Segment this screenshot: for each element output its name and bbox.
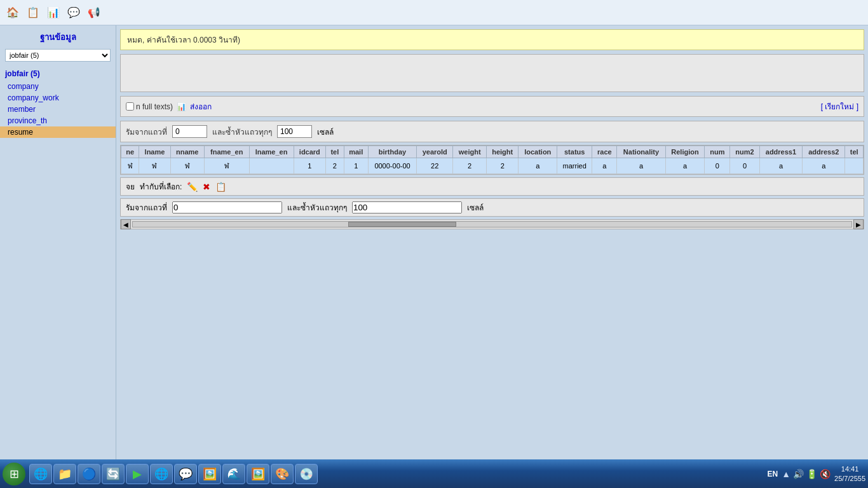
battery-icon: 🔋 bbox=[806, 469, 817, 479]
network-icon: ▲ bbox=[782, 469, 790, 479]
col-birthday: birthday bbox=[368, 146, 416, 158]
cell-address1: a bbox=[759, 158, 802, 174]
clock-time: 14:41 bbox=[834, 464, 865, 473]
cell-num: 0 bbox=[705, 158, 730, 174]
action-row: จย ทำกับที่เลือก: ✏️ ✖ 📋 bbox=[120, 177, 864, 196]
col-weight: weight bbox=[453, 146, 487, 158]
database-select[interactable]: jobfair (5) bbox=[5, 49, 111, 62]
rows-input[interactable] bbox=[277, 125, 312, 138]
scroll-right-button[interactable]: ▶ bbox=[853, 219, 864, 229]
taskbar-right: EN ▲ 🔊 🔋 🔇 14:41 25/7/2555 bbox=[768, 464, 865, 483]
delete-icon[interactable]: ✖ bbox=[203, 182, 210, 192]
comment-icon[interactable]: 💬 bbox=[66, 5, 81, 20]
volume-icon: 🔊 bbox=[793, 469, 804, 479]
col-lname: lname bbox=[139, 146, 170, 158]
taskbar-ccleaner-button[interactable]: 🔄 bbox=[102, 464, 125, 484]
sidebar-dropdown[interactable]: jobfair (5) bbox=[5, 49, 111, 62]
sidebar: ฐานข้อมูล jobfair (5) jobfair (5) compan… bbox=[0, 25, 116, 459]
cell-mail: 1 bbox=[344, 158, 368, 174]
taskbar-dvd-button[interactable]: 💿 bbox=[295, 464, 318, 484]
sidebar-item-province-th[interactable]: province_th bbox=[0, 115, 116, 126]
taskbar: ⊞ 🌐 📁 🔵 🔄 ▶ 🌐 💬 🖼️ 🌊 🖼️ 🎨 💿 EN ▲ 🔊 bbox=[0, 459, 868, 488]
cell-fname-en: ฬ bbox=[204, 158, 249, 174]
taskbar-ie-button[interactable]: 🌐 bbox=[29, 464, 52, 484]
col-fname-en: fname_en bbox=[204, 146, 249, 158]
cell-lname-en bbox=[249, 158, 294, 174]
cell-location: a bbox=[519, 158, 557, 174]
chart-icon[interactable]: 📊 bbox=[46, 5, 61, 20]
taskbar-language: EN bbox=[768, 470, 778, 478]
taskbar-gallery-button[interactable]: 🖼️ bbox=[247, 464, 269, 484]
start-button[interactable]: ⊞ bbox=[3, 463, 25, 485]
taskbar-clock: 14:41 25/7/2555 bbox=[834, 464, 865, 483]
taskbar-paint-button[interactable]: 🎨 bbox=[271, 464, 294, 484]
bottom-rows-input[interactable] bbox=[352, 201, 462, 214]
table-icon[interactable]: 📋 bbox=[25, 5, 41, 20]
top-toolbar: 🏠 📋 📊 💬 📢 bbox=[0, 0, 868, 25]
col-nationality: Nationality bbox=[617, 146, 665, 158]
sidebar-title: ฐานข้อมูล bbox=[0, 28, 116, 49]
col-tel2: tel bbox=[845, 146, 864, 158]
sys-icons: ▲ 🔊 🔋 🔇 bbox=[782, 469, 831, 479]
table-header-row: ne lname nname fname_en lname_en idcard … bbox=[121, 146, 864, 158]
col-height: height bbox=[486, 146, 519, 158]
cell-status: married bbox=[557, 158, 592, 174]
options-left: n full texts) 📊 ส่งออก bbox=[126, 100, 212, 112]
cell-ne: ฬ bbox=[121, 158, 139, 174]
sidebar-section-label: jobfair (5) bbox=[0, 67, 116, 81]
sidebar-item-member[interactable]: member bbox=[0, 104, 116, 115]
copy-icon[interactable]: 📋 bbox=[215, 182, 226, 192]
scroll-left-button[interactable]: ◀ bbox=[121, 219, 131, 229]
scroll-thumb[interactable] bbox=[348, 222, 456, 227]
speaker-mute-icon: 🔇 bbox=[820, 469, 831, 479]
edit-icon[interactable]: ✏️ bbox=[187, 182, 198, 192]
send-icon: 📊 bbox=[177, 102, 186, 111]
action-prefix-label: จย bbox=[126, 180, 135, 193]
cell-religion: a bbox=[665, 158, 705, 174]
bottom-start-from-input[interactable] bbox=[172, 201, 282, 214]
clock-date: 25/7/2555 bbox=[834, 474, 865, 483]
taskbar-skype-button[interactable]: 💬 bbox=[174, 464, 197, 484]
col-status: status bbox=[557, 146, 592, 158]
announce-icon[interactable]: 📢 bbox=[86, 5, 102, 20]
start-from-label: รัมจากแถวที่ bbox=[126, 126, 167, 138]
content-area: หมด, ค่าคันใช้เวลา 0.0003 วินาที) n full… bbox=[116, 25, 868, 459]
rows-label: และซ้ำหัวแถวทุกๆ bbox=[212, 126, 272, 138]
options-row: n full texts) 📊 ส่งออก [ เรียกใหม่ ] bbox=[120, 96, 864, 117]
cell-yearold: 22 bbox=[417, 158, 453, 174]
scroll-track[interactable] bbox=[132, 221, 852, 227]
cell-num2: 0 bbox=[730, 158, 760, 174]
result-info: หมด, ค่าคันใช้เวลา 0.0003 วินาที) bbox=[120, 29, 864, 50]
fulltext-checkbox[interactable] bbox=[126, 102, 134, 111]
sidebar-item-company[interactable]: company bbox=[0, 81, 116, 92]
col-num2: num2 bbox=[730, 146, 760, 158]
col-idcard: idcard bbox=[294, 146, 326, 158]
taskbar-ps-button[interactable]: 🖼️ bbox=[198, 464, 221, 484]
taskbar-chrome-button[interactable]: 🔵 bbox=[78, 464, 100, 484]
taskbar-net-button[interactable]: 🌐 bbox=[150, 464, 173, 484]
col-yearold: yearold bbox=[417, 146, 453, 158]
data-table: ne lname nname fname_en lname_en idcard … bbox=[121, 146, 864, 174]
horizontal-scrollbar[interactable]: ◀ ▶ bbox=[120, 219, 864, 229]
home-icon[interactable]: 🏠 bbox=[5, 5, 20, 20]
col-location: location bbox=[519, 146, 557, 158]
taskbar-dw-button[interactable]: 🌊 bbox=[222, 464, 245, 484]
table-row[interactable]: ฬ ฬ ฬ ฬ 1 2 1 0000-00-00 22 2 2 a marrie… bbox=[121, 158, 864, 174]
reset-link[interactable]: [ เรียกใหม่ ] bbox=[821, 100, 858, 112]
cell-height: 2 bbox=[486, 158, 519, 174]
sidebar-item-resume[interactable]: resume bbox=[0, 126, 116, 138]
cell-lname: ฬ bbox=[139, 158, 170, 174]
main-layout: ฐานข้อมูล jobfair (5) jobfair (5) compan… bbox=[0, 25, 868, 459]
taskbar-explorer-button[interactable]: 📁 bbox=[53, 464, 76, 484]
col-lname-en: lname_en bbox=[249, 146, 294, 158]
fulltext-checkbox-label: n full texts) bbox=[126, 102, 173, 111]
send-button[interactable]: ส่งออก bbox=[190, 100, 212, 112]
cell-idcard: 1 bbox=[294, 158, 326, 174]
cell-address2: a bbox=[803, 158, 845, 174]
cell-tel: 2 bbox=[326, 158, 344, 174]
start-from-input[interactable] bbox=[172, 125, 207, 138]
data-table-container: ne lname nname fname_en lname_en idcard … bbox=[120, 145, 864, 175]
sidebar-item-company-work[interactable]: company_work bbox=[0, 92, 116, 104]
query-box bbox=[120, 54, 864, 92]
taskbar-player-button[interactable]: ▶ bbox=[126, 464, 149, 484]
